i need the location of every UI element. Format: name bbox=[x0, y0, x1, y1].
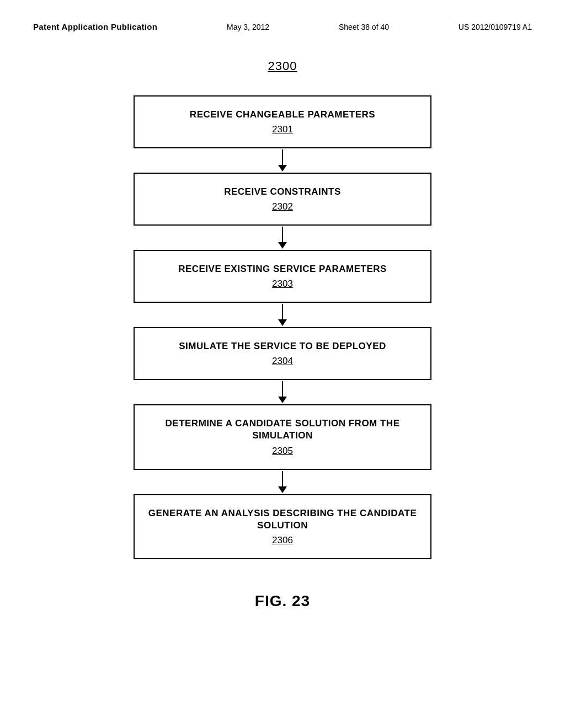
arrow-line-3 bbox=[282, 304, 283, 319]
fig-label: FIG. 23 bbox=[255, 592, 310, 610]
sheet-label: Sheet 38 of 40 bbox=[339, 23, 389, 31]
flow-box-2306-num: 2306 bbox=[146, 535, 419, 546]
arrow-head-1 bbox=[278, 165, 287, 172]
flow-box-2303: RECEIVE EXISTING SERVICE PARAMETERS 2303 bbox=[134, 250, 431, 303]
flow-box-2303-text: RECEIVE EXISTING SERVICE PARAMETERS bbox=[178, 264, 387, 274]
arrow-head-3 bbox=[278, 319, 287, 326]
publication-label: Patent Application Publication bbox=[33, 22, 157, 31]
flow-box-2306-text: GENERATE AN ANALYSIS DESCRIBING THE CAND… bbox=[148, 508, 417, 531]
arrow-2 bbox=[278, 226, 287, 250]
arrow-line-2 bbox=[282, 227, 283, 242]
arrow-head-4 bbox=[278, 397, 287, 403]
date-label: May 3, 2012 bbox=[227, 23, 269, 31]
arrow-1 bbox=[278, 148, 287, 173]
patent-number: US 2012/0109719 A1 bbox=[459, 23, 532, 31]
flow-box-2301-num: 2301 bbox=[146, 124, 419, 135]
flow-box-2301: RECEIVE CHANGEABLE PARAMETERS 2301 bbox=[134, 95, 431, 148]
diagram-container: 2300 RECEIVE CHANGEABLE PARAMETERS 2301 … bbox=[33, 59, 532, 610]
arrow-head-2 bbox=[278, 242, 287, 249]
flow-box-2304-text: SIMULATE THE SERVICE TO BE DEPLOYED bbox=[179, 341, 386, 351]
arrow-4 bbox=[278, 380, 287, 404]
diagram-title: 2300 bbox=[268, 59, 297, 73]
flow-box-2301-text: RECEIVE CHANGEABLE PARAMETERS bbox=[190, 109, 375, 120]
flow-box-2305-text: DETERMINE A CANDIDATE SOLUTION FROM THE … bbox=[166, 418, 400, 441]
arrow-line-1 bbox=[282, 149, 283, 165]
arrow-line-4 bbox=[282, 381, 283, 397]
flow-box-2305-num: 2305 bbox=[146, 446, 419, 457]
arrow-line-5 bbox=[282, 471, 283, 486]
flowchart: RECEIVE CHANGEABLE PARAMETERS 2301 RECEI… bbox=[128, 95, 437, 559]
arrow-5 bbox=[278, 470, 287, 494]
flow-box-2302: RECEIVE CONSTRAINTS 2302 bbox=[134, 173, 431, 226]
flow-box-2304-num: 2304 bbox=[146, 356, 419, 367]
flow-box-2304: SIMULATE THE SERVICE TO BE DEPLOYED 2304 bbox=[134, 327, 431, 380]
flow-box-2302-num: 2302 bbox=[146, 201, 419, 212]
flow-box-2303-num: 2303 bbox=[146, 279, 419, 290]
page-header: Patent Application Publication May 3, 20… bbox=[33, 22, 532, 31]
flow-box-2306: GENERATE AN ANALYSIS DESCRIBING THE CAND… bbox=[134, 494, 431, 559]
page: Patent Application Publication May 3, 20… bbox=[0, 0, 565, 728]
arrow-head-5 bbox=[278, 486, 287, 493]
flow-box-2305: DETERMINE A CANDIDATE SOLUTION FROM THE … bbox=[134, 404, 431, 469]
arrow-3 bbox=[278, 303, 287, 327]
flow-box-2302-text: RECEIVE CONSTRAINTS bbox=[224, 186, 341, 197]
